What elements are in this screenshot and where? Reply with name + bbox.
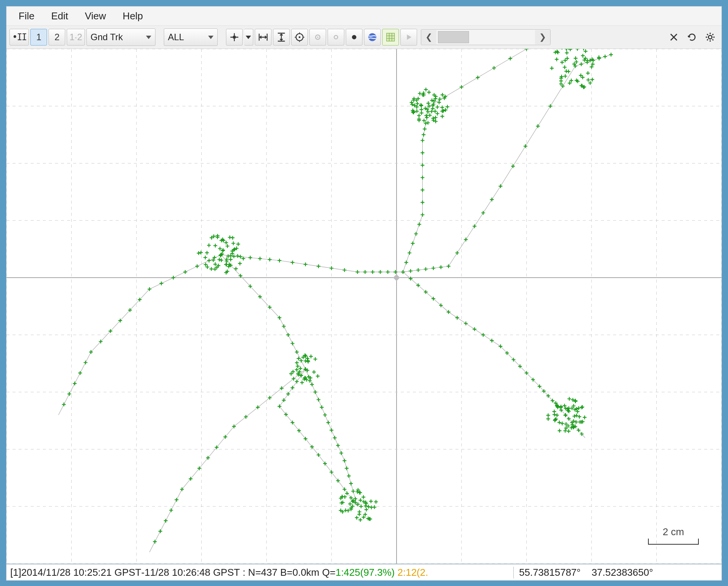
circle-tiny-icon [331,32,341,42]
status-bar: [1] 2014/11/28 10:25:21 GPST - 11/28 10:… [6,564,722,581]
status-lon: 37.52383650° [592,567,653,578]
show-map-point-button[interactable] [346,29,362,46]
status-q-fix: 1:425(97.3%) [336,567,395,578]
solution-1-button[interactable]: 1 [30,29,47,46]
chevron-down-icon [146,36,151,39]
slider-left-arrow[interactable]: ❮ [421,30,436,44]
circle-1-button[interactable] [309,29,326,46]
scale-bar-line [648,539,699,545]
chevron-down-icon [208,36,213,39]
dot-icon [349,32,359,42]
plot-type-label: Gnd Trk [91,32,123,42]
scale-bar-label: 2 cm [663,526,684,537]
svg-rect-8 [386,33,394,41]
status-colon: : [240,567,248,578]
scale-bar: 2 cm [648,526,699,545]
grid-icon [385,32,396,42]
target-dot-icon [294,32,305,42]
status-coordinates: 55.73815787° 37.52383650° [513,567,722,578]
circle-small-icon [312,32,323,42]
status-b-label: B= [278,567,293,578]
svg-point-2 [298,36,300,38]
fit-vertical-button[interactable] [273,29,290,46]
status-time-end: 11/28 10:26:48 GPST [144,567,240,578]
reload-button[interactable] [684,29,700,46]
fit-vertical-icon [276,32,287,42]
fit-horizontal-button[interactable] [255,29,271,46]
toolbar: •II 1 2 1·2 Gnd Trk ALL [6,26,722,49]
time-slider[interactable]: ❮ ❯ [421,29,551,45]
center-origin-menu-button[interactable] [244,29,253,46]
svg-rect-0 [233,36,235,39]
quality-filter-label: ALL [168,32,184,42]
google-earth-button[interactable] [364,29,381,46]
chevron-down-icon [246,36,251,39]
connect-button[interactable]: •II [9,29,29,46]
globe-icon [367,32,378,42]
status-q-label: Q= [319,567,336,578]
svg-point-9 [708,35,712,39]
status-main: [1] 2014/11/28 10:25:21 GPST - 11/28 10:… [6,567,513,578]
ground-track-plot [6,49,722,564]
animate-button[interactable] [400,29,417,46]
status-dash: - [141,567,145,578]
svg-point-7 [368,33,376,41]
center-origin-button[interactable] [226,29,243,46]
plot-type-select[interactable]: Gnd Trk [86,28,155,46]
show-track-points-button[interactable] [291,29,308,46]
svg-point-4 [317,36,318,38]
plot-area[interactable]: 2 cm [6,49,722,564]
quality-filter-select[interactable]: ALL [164,28,218,46]
menu-file[interactable]: File [10,8,43,24]
options-button[interactable] [702,29,719,46]
slider-right-arrow[interactable]: ❯ [535,30,550,44]
menu-view[interactable]: View [77,8,115,24]
fit-horizontal-icon [258,32,268,42]
status-b-value: 0.0km [292,567,319,578]
svg-point-6 [352,35,356,39]
refresh-icon [687,32,697,42]
play-icon [403,32,414,42]
circle-2-button[interactable] [328,29,344,46]
menubar: File Edit View Help [6,6,722,26]
show-grid-button[interactable] [382,29,399,46]
close-icon [668,32,679,42]
status-lat: 55.73815787° [519,567,581,578]
menu-help[interactable]: Help [115,8,151,24]
status-prefix: [1] [10,567,21,578]
crosshair-move-icon [229,32,240,42]
svg-point-5 [334,35,337,39]
status-n-value: 437 [261,567,277,578]
status-time-start: 2014/11/28 10:25:21 GPST [21,567,141,578]
clear-button[interactable] [665,29,682,46]
solution-2-button[interactable]: 2 [49,29,65,46]
menu-edit[interactable]: Edit [43,8,77,24]
status-n-label: N= [248,567,261,578]
status-q-float: 2:12(2. [395,567,428,578]
gear-icon [705,32,715,42]
solution-12-button[interactable]: 1·2 [67,29,85,46]
slider-thumb[interactable] [438,31,469,43]
